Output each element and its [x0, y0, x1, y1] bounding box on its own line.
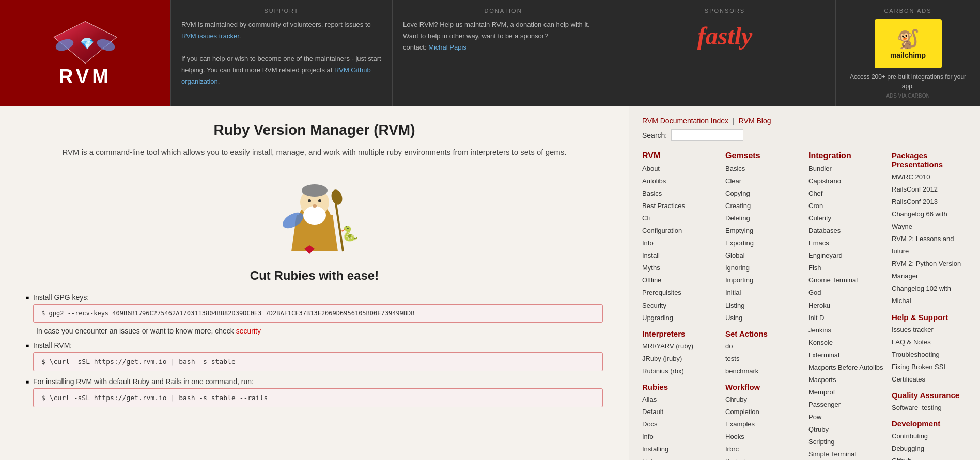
nav-link-bundler[interactable]: Bundler [808, 163, 884, 175]
nav-link-cli[interactable]: Cli [642, 212, 718, 225]
col-3: Integration Bundler Capistrano Chef Cron… [808, 151, 884, 460]
nav-link-github[interactable]: Github [892, 455, 967, 460]
nav-link-pow[interactable]: Pow [808, 411, 884, 423]
nav-link-prerequisites[interactable]: Prerequisites [642, 287, 718, 299]
nav-link-list[interactable]: List [642, 455, 718, 460]
nav-link-gem-using[interactable]: Using [725, 312, 801, 324]
search-label: Search: [642, 131, 667, 139]
nav-link-konsole[interactable]: Konsole [808, 337, 884, 349]
nav-link-gem-copying[interactable]: Copying [725, 187, 801, 200]
issues-tracker-link[interactable]: RVM issues tracker [181, 32, 239, 40]
nav-link-examples[interactable]: Examples [725, 418, 801, 431]
nav-link-basics[interactable]: Basics [642, 187, 718, 200]
nav-link-gem-listing[interactable]: Listing [725, 299, 801, 312]
nav-link-faq[interactable]: FAQ & Notes [892, 336, 967, 348]
nav-link-chruby[interactable]: Chruby [725, 393, 801, 406]
nav-link-docs[interactable]: Docs [642, 418, 718, 431]
nav-link-installing[interactable]: Installing [642, 443, 718, 455]
nav-link-simple-terminal[interactable]: Simple Terminal [808, 448, 884, 460]
nav-link-myths[interactable]: Myths [642, 262, 718, 274]
nav-link-databases[interactable]: Databases [808, 225, 884, 237]
nav-link-rubies-info[interactable]: Info [642, 431, 718, 443]
nav-link-engineyard[interactable]: Engineyard [808, 249, 884, 262]
nav-link-passenger[interactable]: Passenger [808, 399, 884, 411]
nav-link-god[interactable]: God [808, 287, 884, 299]
mailchimp-logo-text: mailchimp [890, 51, 926, 59]
nav-link-completion[interactable]: Completion [725, 406, 801, 418]
mailchimp-monkey-icon: 🐒 [896, 28, 920, 50]
nav-link-capistrano[interactable]: Capistrano [808, 175, 884, 187]
nav-link-irbrc[interactable]: Irbrc [725, 443, 801, 455]
nav-link-heroku[interactable]: Heroku [808, 299, 884, 312]
nav-link-jruby[interactable]: JRuby (jruby) [642, 353, 718, 365]
install-rvm-item: ■ Install RVM: $ \curl -sSL https://get.… [26, 341, 603, 371]
nav-link-gem-initial[interactable]: Initial [725, 287, 801, 299]
nav-link-changelog66[interactable]: Changelog 66 with Wayne [892, 208, 967, 233]
nav-link-rubinius[interactable]: Rubinius (rbx) [642, 365, 718, 377]
nav-link-rvm2-python[interactable]: RVM 2: Python Version Manager [892, 258, 967, 282]
nav-link-troubleshooting[interactable]: Troubleshooting [892, 348, 967, 361]
nav-link-culerity[interactable]: Culerity [808, 212, 884, 225]
nav-link-emacs[interactable]: Emacs [808, 237, 884, 249]
nav-link-gem-emptying[interactable]: Emptying [725, 225, 801, 237]
nav-link-railsconf12[interactable]: RailsConf 2012 [892, 183, 967, 196]
nav-link-fish[interactable]: Fish [808, 262, 884, 274]
nav-link-initd[interactable]: Init D [808, 312, 884, 324]
nav-link-macports-before[interactable]: Macports Before Autolibs [808, 361, 884, 374]
doc-index-link[interactable]: RVM Documentation Index [642, 117, 728, 125]
nav-link-tests[interactable]: tests [725, 353, 801, 365]
rvm-blog-link[interactable]: RVM Blog [739, 117, 771, 125]
nav-link-contributing[interactable]: Contributing [892, 430, 967, 442]
mailchimp-box[interactable]: 🐒 mailchimp [875, 19, 942, 68]
nav-link-gem-exporting[interactable]: Exporting [725, 237, 801, 249]
nav-link-jenkins[interactable]: Jenkins [808, 324, 884, 337]
nav-link-about[interactable]: About [642, 163, 718, 175]
nav-link-alias[interactable]: Alias [642, 393, 718, 406]
nav-link-fixing-ssl[interactable]: Fixing Broken SSL Certificates [892, 361, 967, 386]
nav-link-security[interactable]: Security [642, 299, 718, 312]
cut-rubies-heading: Cut Rubies with ease! [26, 268, 603, 283]
nav-link-lxterminal[interactable]: Lxterminal [808, 349, 884, 361]
nav-link-best-practices[interactable]: Best Practices [642, 200, 718, 212]
bullet-icon-3: ■ [26, 379, 29, 385]
nav-link-info[interactable]: Info [642, 237, 718, 249]
nav-link-issues-tracker[interactable]: Issues tracker [892, 324, 967, 336]
nav-link-gnome-terminal[interactable]: Gnome Terminal [808, 274, 884, 287]
nav-link-macports[interactable]: Macports [808, 374, 884, 386]
nav-link-gem-deleting[interactable]: Deleting [725, 212, 801, 225]
nav-link-mwrc[interactable]: MWRC 2010 [892, 171, 967, 183]
nav-link-offline[interactable]: Offline [642, 274, 718, 287]
nav-link-configuration[interactable]: Configuration [642, 225, 718, 237]
security-link[interactable]: security [236, 327, 261, 335]
svg-point-16 [318, 199, 321, 202]
nav-link-gem-ignoring[interactable]: Ignoring [725, 262, 801, 274]
nav-link-autolibs[interactable]: Autolibs [642, 175, 718, 187]
nav-link-changelog102[interactable]: Changelog 102 with Michal [892, 282, 967, 307]
workflow-title: Workflow [725, 383, 801, 391]
search-input[interactable] [671, 129, 743, 141]
nav-link-gem-creating[interactable]: Creating [725, 200, 801, 212]
nav-link-gem-global[interactable]: Global [725, 249, 801, 262]
nav-link-upgrading[interactable]: Upgrading [642, 312, 718, 324]
nav-link-projects[interactable]: Projects [725, 455, 801, 460]
nav-link-mri[interactable]: MRI/YARV (ruby) [642, 340, 718, 353]
nav-link-debugging[interactable]: Debugging [892, 442, 967, 455]
nav-link-benchmark[interactable]: benchmark [725, 365, 801, 377]
nav-link-qtruby[interactable]: Qtruby [808, 423, 884, 436]
nav-link-do[interactable]: do [725, 340, 801, 353]
michal-link[interactable]: Michal Papis [428, 43, 466, 51]
nav-link-gem-importing[interactable]: Importing [725, 274, 801, 287]
nav-link-gem-clear[interactable]: Clear [725, 175, 801, 187]
nav-link-hooks[interactable]: Hooks [725, 431, 801, 443]
nav-link-int-scripting[interactable]: Scripting [808, 436, 884, 448]
install-section: ■ Install GPG keys: $ gpg2 --recv-keys 4… [26, 293, 603, 407]
nav-link-default[interactable]: Default [642, 406, 718, 418]
nav-link-chef[interactable]: Chef [808, 187, 884, 200]
nav-link-software-testing[interactable]: Software_testing [892, 402, 967, 414]
nav-link-railsconf13[interactable]: RailsConf 2013 [892, 196, 967, 208]
nav-link-install[interactable]: Install [642, 249, 718, 262]
nav-link-cron[interactable]: Cron [808, 200, 884, 212]
nav-link-rvm2-lessons[interactable]: RVM 2: Lessons and future [892, 233, 967, 258]
nav-link-memprof[interactable]: Memprof [808, 386, 884, 399]
nav-link-gem-basics[interactable]: Basics [725, 163, 801, 175]
